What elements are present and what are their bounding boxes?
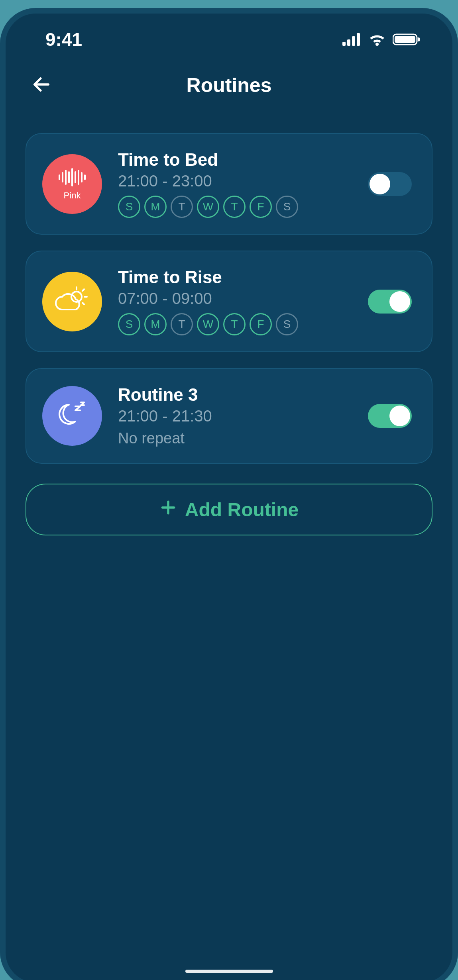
toggle-knob [389, 406, 410, 426]
svg-line-21 [83, 303, 84, 304]
routine-card[interactable]: Time to Rise07:00 - 09:00SMTWTFS [26, 251, 432, 352]
page-title: Routines [187, 74, 272, 97]
day-toggle[interactable]: F [250, 313, 272, 335]
svg-rect-5 [395, 36, 415, 43]
day-selector: SMTWTFS [118, 196, 352, 218]
routine-avatar: Pink [42, 154, 102, 214]
app-header: Routines [26, 65, 432, 105]
routine-title: Time to Rise [118, 267, 352, 287]
status-time: 9:41 [45, 29, 82, 50]
day-toggle[interactable]: S [118, 196, 140, 218]
day-toggle[interactable]: S [276, 196, 298, 218]
back-button[interactable] [29, 73, 53, 97]
add-routine-label: Add Routine [185, 499, 299, 521]
routine-card[interactable]: PinkTime to Bed21:00 - 23:00SMTWTFS [26, 133, 432, 235]
routine-time: 07:00 - 09:00 [118, 290, 352, 308]
routine-time: 21:00 - 21:30 [118, 407, 352, 425]
day-toggle[interactable]: M [144, 196, 167, 218]
routine-title: Time to Bed [118, 150, 352, 170]
svg-rect-0 [342, 42, 346, 46]
routine-avatar [42, 272, 102, 331]
home-indicator [185, 970, 273, 973]
svg-rect-3 [357, 33, 360, 46]
routine-info: Time to Rise07:00 - 09:00SMTWTFS [118, 267, 352, 335]
sun-cloud-icon [54, 285, 90, 318]
day-selector: SMTWTFS [118, 313, 352, 335]
routine-avatar [42, 386, 102, 446]
status-icons [342, 33, 421, 46]
avatar-label: Pink [64, 190, 81, 201]
routine-info: Time to Bed21:00 - 23:00SMTWTFS [118, 150, 352, 218]
toggle-knob [389, 291, 410, 312]
battery-icon [393, 33, 421, 46]
day-toggle[interactable]: W [197, 196, 219, 218]
day-toggle[interactable]: T [223, 196, 246, 218]
cellular-signal-icon [342, 33, 362, 46]
sound-wave-icon [56, 167, 88, 189]
routine-card[interactable]: Routine 321:00 - 21:30No repeat [26, 368, 432, 464]
day-toggle[interactable]: S [118, 313, 140, 335]
routine-toggle[interactable] [368, 172, 412, 196]
moon-sleep-icon [56, 399, 88, 433]
svg-line-20 [83, 289, 84, 291]
plus-icon [159, 499, 177, 521]
routine-repeat-text: No repeat [118, 430, 352, 447]
routine-time: 21:00 - 23:00 [118, 172, 352, 190]
day-toggle[interactable]: T [171, 196, 193, 218]
svg-rect-6 [418, 37, 420, 41]
routine-toggle[interactable] [368, 404, 412, 428]
day-toggle[interactable]: S [276, 313, 298, 335]
status-bar: 9:41 [26, 14, 432, 61]
day-toggle[interactable]: W [197, 313, 219, 335]
routine-toggle[interactable] [368, 290, 412, 314]
wifi-icon [368, 33, 386, 46]
routine-info: Routine 321:00 - 21:30No repeat [118, 385, 352, 447]
day-toggle[interactable]: M [144, 313, 167, 335]
svg-rect-1 [347, 39, 350, 46]
day-toggle[interactable]: T [171, 313, 193, 335]
phone-frame: 9:41 Routines PinkTime to Bed21:00 - 23:… [0, 8, 458, 980]
day-toggle[interactable]: T [223, 313, 246, 335]
toggle-knob [370, 174, 390, 194]
routine-list: PinkTime to Bed21:00 - 23:00SMTWTFSTime … [26, 133, 432, 464]
arrow-left-icon [31, 74, 52, 96]
day-toggle[interactable]: F [250, 196, 272, 218]
add-routine-button[interactable]: Add Routine [26, 484, 432, 535]
svg-rect-2 [352, 36, 355, 46]
routine-title: Routine 3 [118, 385, 352, 405]
